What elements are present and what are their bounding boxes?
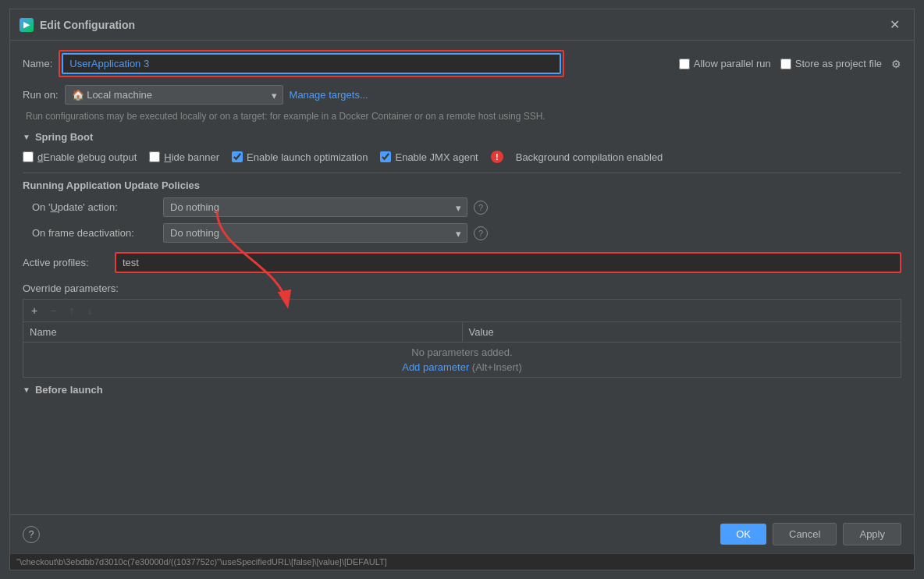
footer-left: ?: [23, 526, 40, 543]
frame-deactivation-select-wrapper: Do nothing Update resources Update class…: [163, 223, 467, 243]
update-action-select-wrapper: Do nothing Update resources Update class…: [163, 197, 467, 217]
run-on-select-wrapper: 🏠 Local machine: [65, 85, 283, 105]
launch-optimization-label: Enable launch optimization: [247, 151, 368, 163]
add-param-shortcut: (Alt+Insert): [472, 361, 522, 373]
name-row-left: Name:: [23, 50, 679, 77]
apply-button[interactable]: Apply: [843, 523, 901, 545]
store-as-project-label: Store as project file: [795, 58, 882, 69]
name-row-right: Allow parallel run Store as project file…: [679, 58, 901, 70]
move-up-button[interactable]: ↑: [64, 303, 79, 318]
bottom-bar-text: "\checkout\b\3ebdbb7d3010c(7e30000d/((10…: [16, 557, 387, 567]
launch-optimization-checkbox[interactable]: [232, 151, 243, 162]
dialog-content: Name: Allow parallel run Store as projec…: [10, 41, 914, 514]
add-param-row: Add parameter (Alt+Insert): [30, 361, 894, 373]
dialog-footer: ? OK Cancel Apply: [10, 514, 914, 553]
store-as-project-checkbox-label[interactable]: Store as project file: [780, 58, 882, 69]
run-on-row: Run on: 🏠 Local machine Manage targets..…: [23, 85, 901, 105]
before-launch-chevron: ▼: [23, 385, 30, 394]
name-label: Name:: [23, 58, 52, 69]
jmx-agent-checkbox[interactable]: [380, 151, 391, 162]
name-highlight-box: [59, 50, 564, 77]
profiles-highlight-box: [115, 252, 901, 273]
help-button[interactable]: ?: [23, 526, 40, 543]
spring-boot-section-header[interactable]: ▼ Spring Boot: [23, 131, 901, 143]
allow-parallel-checkbox-label[interactable]: Allow parallel run: [679, 58, 771, 69]
run-on-label: Run on:: [23, 89, 59, 101]
manage-targets-link[interactable]: Manage targets...: [290, 89, 368, 101]
before-launch-header[interactable]: ▼ Before launch: [23, 384, 901, 396]
update-action-label: On 'Update' action:: [32, 201, 157, 213]
no-params-text: No parameters added.: [30, 346, 894, 358]
footer-right: OK Cancel Apply: [720, 523, 901, 545]
dialog-titlebar: ▶ Edit Configuration ✕: [10, 9, 914, 41]
name-row: Name: Allow parallel run Store as projec…: [23, 50, 901, 77]
frame-deactivation-select[interactable]: Do nothing Update resources Update class…: [163, 223, 467, 243]
run-on-hint: Run configurations may be executed local…: [26, 109, 901, 123]
hide-banner-checkbox[interactable]: [149, 151, 160, 162]
edit-configuration-dialog: ▶ Edit Configuration ✕ Name: Allow paral…: [9, 9, 915, 570]
update-action-select[interactable]: Do nothing Update resources Update class…: [163, 197, 467, 217]
hide-banner-checkbox-label[interactable]: Hide banner: [149, 151, 219, 163]
override-table: Name Value No parameters added. Add para…: [23, 321, 901, 378]
run-on-select[interactable]: 🏠 Local machine: [65, 85, 283, 105]
jmx-agent-label: Enable JMX agent: [395, 151, 478, 163]
debug-output-checkbox-label[interactable]: dEnable debug output: [23, 151, 137, 163]
gear-icon[interactable]: ⚙: [891, 58, 901, 70]
before-launch-section: ▼ Before launch: [23, 384, 901, 396]
hide-banner-label: Hide banner: [164, 151, 219, 163]
dialog-title-left: ▶ Edit Configuration: [20, 18, 135, 32]
update-action-row: On 'Update' action: Do nothing Update re…: [23, 197, 901, 217]
app-icon: ▶: [20, 18, 34, 32]
allow-parallel-label: Allow parallel run: [694, 58, 771, 69]
override-toolbar: + − ↑ ↓: [23, 299, 901, 321]
update-action-help-icon[interactable]: ?: [474, 201, 488, 215]
policies-section: Running Application Update Policies On '…: [23, 179, 901, 243]
profiles-label: Active profiles:: [23, 257, 108, 268]
allow-parallel-checkbox[interactable]: [679, 59, 690, 69]
background-compilation-label: Background compilation enabled: [516, 151, 663, 163]
close-button[interactable]: ✕: [885, 16, 904, 34]
profiles-input[interactable]: [116, 254, 900, 272]
spring-boot-options: dEnable debug output Hide banner Enable …: [23, 151, 901, 163]
policies-title: Running Application Update Policies: [23, 179, 901, 191]
remove-param-button[interactable]: −: [45, 303, 61, 318]
frame-deactivation-help-icon[interactable]: ?: [474, 226, 488, 240]
spring-boot-chevron: ▼: [23, 133, 30, 141]
empty-params-row: No parameters added. Add parameter (Alt+…: [23, 343, 901, 378]
override-parameters-section: Override parameters: + − ↑ ↓ Name Value: [23, 282, 901, 378]
override-title: Override parameters:: [23, 282, 901, 294]
add-param-link[interactable]: Add parameter: [402, 361, 469, 373]
error-badge-icon: !: [491, 151, 503, 163]
divider-1: [23, 172, 901, 173]
bottom-bar: "\checkout\b\3ebdbb7d3010c(7e30000d/((10…: [10, 553, 914, 570]
frame-deactivation-row: On frame deactivation: Do nothing Update…: [23, 223, 901, 243]
move-down-button[interactable]: ↓: [82, 303, 97, 318]
col-name-header: Name: [23, 322, 463, 343]
name-input[interactable]: [62, 53, 561, 74]
add-param-button[interactable]: +: [27, 303, 42, 318]
col-value-header: Value: [462, 322, 901, 343]
spring-boot-title: Spring Boot: [35, 131, 93, 143]
dialog-title-text: Edit Configuration: [40, 19, 135, 31]
launch-optimization-checkbox-label[interactable]: Enable launch optimization: [232, 151, 368, 163]
debug-output-checkbox[interactable]: [23, 151, 34, 162]
ok-button[interactable]: OK: [720, 524, 766, 545]
jmx-agent-checkbox-label[interactable]: Enable JMX agent: [380, 151, 478, 163]
store-as-project-checkbox[interactable]: [780, 59, 791, 69]
frame-deactivation-label: On frame deactivation:: [32, 227, 157, 239]
cancel-button[interactable]: Cancel: [773, 523, 837, 545]
profiles-row: Active profiles:: [23, 252, 901, 273]
debug-output-label: dEnable debug output: [37, 151, 137, 163]
empty-params-cell: No parameters added. Add parameter (Alt+…: [23, 343, 901, 378]
before-launch-title: Before launch: [35, 384, 103, 396]
